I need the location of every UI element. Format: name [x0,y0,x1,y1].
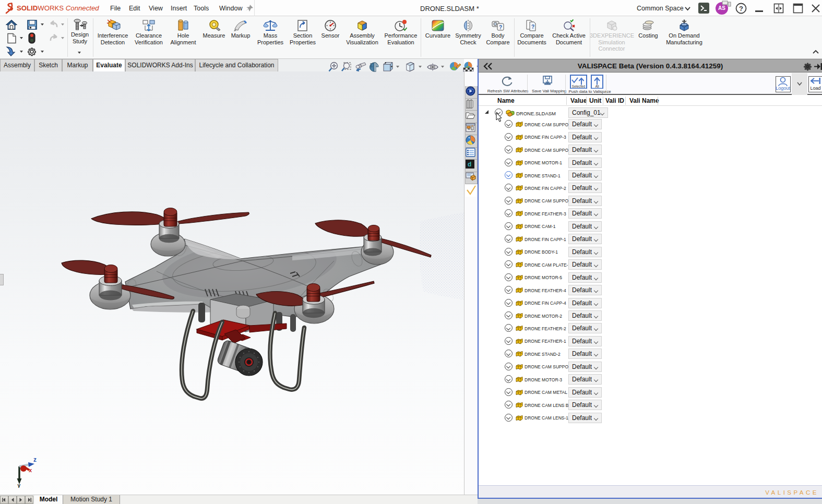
svg-text:z: z [33,456,37,463]
svg-text:d: d [468,161,471,168]
svg-text:y: y [18,483,21,488]
svg-text:?: ? [499,25,502,30]
svg-text:?: ? [531,24,534,30]
svg-text:?: ? [739,5,743,13]
svg-text:x: x [29,467,32,473]
svg-text:SOLIDWORKS Connected: SOLIDWORKS Connected [17,4,99,12]
